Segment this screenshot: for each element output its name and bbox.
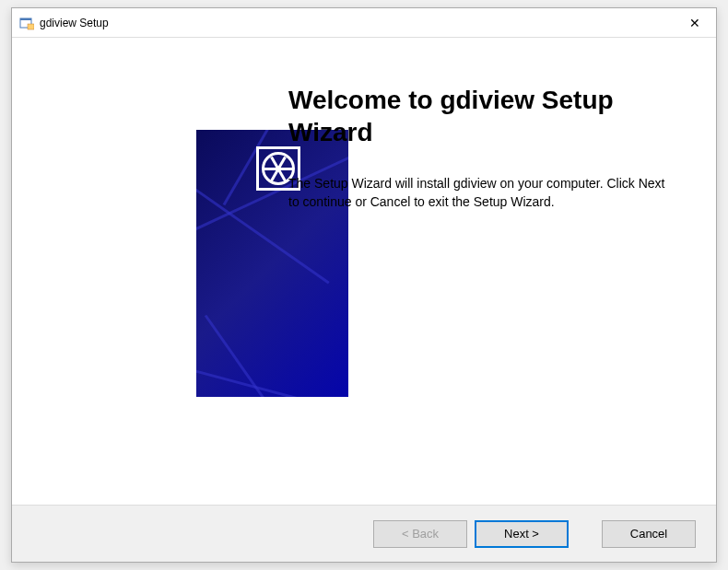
- installer-icon: [19, 16, 34, 30]
- next-button[interactable]: Next >: [475, 520, 569, 548]
- close-icon: ✕: [689, 16, 700, 30]
- page-heading: Welcome to gdiview Setup Wizard: [288, 84, 665, 148]
- page-body-text: The Setup Wizard will install gdiview on…: [288, 174, 665, 212]
- close-button[interactable]: ✕: [674, 8, 716, 38]
- setup-wizard-window: gdiview Setup ✕ Welcome to gdiv: [11, 7, 717, 563]
- content-area: Welcome to gdiview Setup Wizard The Setu…: [12, 38, 716, 505]
- svg-rect-1: [20, 18, 31, 20]
- back-button: < Back: [373, 520, 467, 548]
- titlebar: gdiview Setup ✕: [12, 8, 716, 38]
- svg-rect-2: [28, 24, 34, 29]
- main-content: Welcome to gdiview Setup Wizard The Setu…: [288, 38, 698, 230]
- button-bar: < Back Next > Cancel: [12, 505, 716, 562]
- window-title: gdiview Setup: [40, 17, 109, 29]
- cancel-button[interactable]: Cancel: [602, 520, 696, 548]
